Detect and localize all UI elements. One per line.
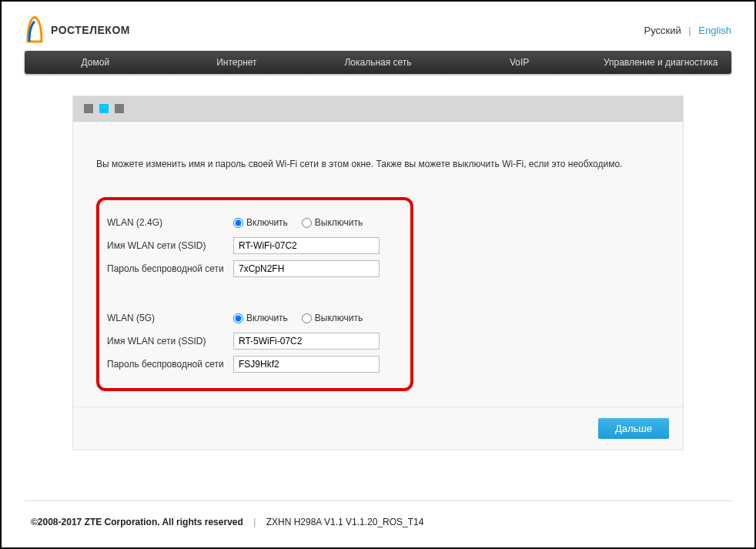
wlan5-disable-option[interactable]: Выключить	[302, 313, 363, 323]
wlan24-ssid-row: Имя WLAN сети (SSID)	[107, 236, 398, 256]
main-nav: Домой Интернет Локальная сеть VoIP Управ…	[25, 51, 731, 74]
section-gap	[107, 282, 398, 305]
panel-wrap: Вы можете изменить имя и пароль своей Wi…	[2, 74, 754, 450]
wlan24-ssid-input[interactable]	[233, 237, 380, 254]
lang-ru[interactable]: Русский	[644, 25, 681, 36]
nav-mgmt[interactable]: Управление и диагностика	[590, 57, 731, 68]
disable-label-5g: Выключить	[315, 313, 363, 323]
footer: ©2008-2017 ZTE Corporation. All rights r…	[31, 517, 423, 527]
language-switcher: Русский | English	[644, 25, 731, 36]
wlan24-radio-group: Включить Выключить	[233, 217, 363, 228]
wizard-steps	[73, 96, 683, 122]
ssid-label-5g: Имя WLAN сети (SSID)	[107, 336, 233, 346]
panel-body: Вы можете изменить имя и пароль своей Wi…	[73, 122, 683, 407]
disable-label: Выключить	[315, 217, 363, 228]
button-bar: Дальше	[73, 407, 683, 450]
wlan24-enable-option[interactable]: Включить	[233, 217, 288, 228]
wizard-step-3[interactable]	[115, 104, 124, 113]
wlan5-toggle-row: WLAN (5G) Включить Выключить	[107, 308, 398, 328]
wlan-highlight-box: WLAN (2.4G) Включить Выключить Имя WLAN	[96, 197, 413, 391]
wlan5-ssid-input[interactable]	[233, 333, 380, 350]
next-button[interactable]: Дальше	[598, 418, 669, 439]
rostelecom-logo-icon	[25, 15, 45, 45]
ssid-label: Имя WLAN сети (SSID)	[107, 240, 233, 251]
nav-internet[interactable]: Интернет	[166, 57, 308, 68]
enable-label-5g: Включить	[246, 313, 288, 323]
wlan24-password-input[interactable]	[233, 260, 380, 277]
wlan24-enable-radio[interactable]	[233, 218, 243, 228]
nav-voip[interactable]: VoIP	[449, 57, 590, 68]
nav-lan[interactable]: Локальная сеть	[307, 57, 449, 68]
logo-block: РОСТЕЛЕКОМ	[25, 15, 130, 45]
brand-text: РОСТЕЛЕКОМ	[51, 24, 130, 36]
password-label-5g: Пароль беспроводной сети	[107, 359, 233, 370]
intro-text: Вы можете изменить имя и пароль своей Wi…	[96, 159, 660, 169]
footer-copyright: ©2008-2017 ZTE Corporation. All rights r…	[31, 517, 243, 527]
wlan5-disable-radio[interactable]	[302, 313, 312, 323]
wlan5-enable-radio[interactable]	[233, 313, 243, 323]
lang-separator: |	[688, 25, 691, 36]
wizard-step-2[interactable]	[99, 104, 109, 113]
wlan5-label: WLAN (5G)	[107, 313, 233, 323]
wlan5-ssid-row: Имя WLAN сети (SSID)	[107, 331, 398, 351]
wizard-step-1[interactable]	[84, 104, 93, 113]
wlan24-password-row: Пароль беспроводной сети	[107, 259, 398, 279]
wlan24-label: WLAN (2.4G)	[107, 217, 233, 228]
lang-en[interactable]: English	[698, 25, 731, 36]
wlan24-disable-radio[interactable]	[302, 218, 312, 228]
footer-divider	[25, 500, 731, 501]
enable-label: Включить	[246, 217, 288, 228]
wizard-panel: Вы можете изменить имя и пароль своей Wi…	[72, 95, 684, 450]
nav-home[interactable]: Домой	[25, 57, 166, 68]
wlan24-disable-option[interactable]: Выключить	[302, 217, 363, 228]
wlan5-enable-option[interactable]: Включить	[233, 313, 288, 323]
password-label: Пароль беспроводной сети	[107, 263, 233, 274]
wlan24-toggle-row: WLAN (2.4G) Включить Выключить	[107, 213, 398, 233]
header: РОСТЕЛЕКОМ Русский | English	[2, 2, 754, 51]
wlan5-radio-group: Включить Выключить	[233, 313, 363, 323]
footer-separator: |	[253, 517, 256, 527]
footer-model: ZXHN H298A V1.1 V1.1.20_ROS_T14	[266, 517, 424, 527]
wlan5-password-row: Пароль беспроводной сети	[107, 354, 398, 374]
wlan5-password-input[interactable]	[233, 356, 380, 373]
